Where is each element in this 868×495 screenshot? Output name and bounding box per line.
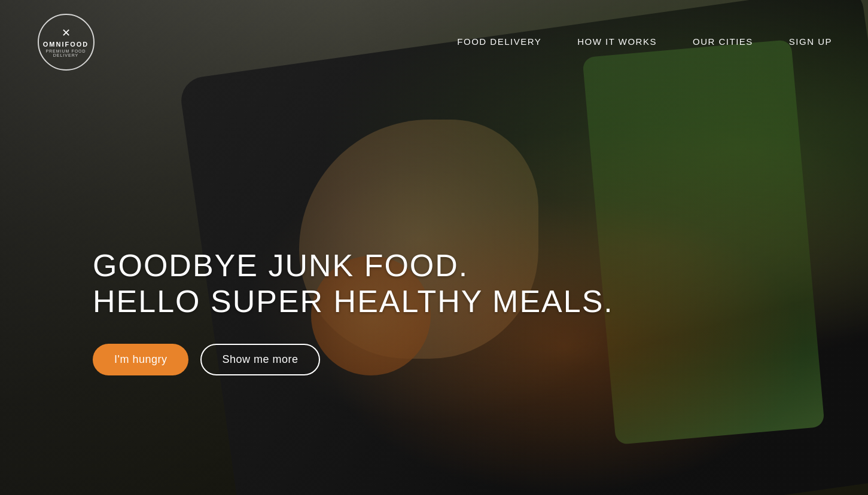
logo-brand: OMNIFOOD <box>43 41 89 48</box>
hero-content: GOODBYE JUNK FOOD. HELLO SUPER HEALTHY M… <box>93 248 614 375</box>
nav-item-food-delivery[interactable]: FOOD DELIVERY <box>457 36 541 47</box>
show-more-button[interactable]: Show me more <box>200 344 319 375</box>
navbar: ✕ OMNIFOOD PREMIUM FOOD DELIVERY FOOD DE… <box>0 0 868 84</box>
logo-icon: ✕ <box>62 26 71 39</box>
hero-headline-line1: GOODBYE JUNK FOOD. <box>93 248 468 283</box>
logo-sub: PREMIUM FOOD DELIVERY <box>39 49 93 57</box>
hungry-button[interactable]: I'm hungry <box>93 344 188 375</box>
hero-buttons: I'm hungry Show me more <box>93 344 614 375</box>
nav-item-how-it-works[interactable]: HOW IT WORKS <box>577 36 657 47</box>
nav-link-food-delivery[interactable]: FOOD DELIVERY <box>457 36 541 47</box>
nav-links: FOOD DELIVERY HOW IT WORKS OUR CITIES SI… <box>457 36 832 47</box>
logo[interactable]: ✕ OMNIFOOD PREMIUM FOOD DELIVERY <box>36 12 96 72</box>
nav-item-sign-up[interactable]: SIGN UP <box>789 36 832 47</box>
hero-section: ✕ OMNIFOOD PREMIUM FOOD DELIVERY FOOD DE… <box>0 0 868 495</box>
hero-headline: GOODBYE JUNK FOOD. HELLO SUPER HEALTHY M… <box>93 248 614 320</box>
nav-link-sign-up[interactable]: SIGN UP <box>789 36 832 47</box>
nav-item-our-cities[interactable]: OUR CITIES <box>693 36 753 47</box>
hero-headline-line2: HELLO SUPER HEALTHY MEALS. <box>93 284 614 319</box>
nav-link-our-cities[interactable]: OUR CITIES <box>693 36 753 47</box>
nav-link-how-it-works[interactable]: HOW IT WORKS <box>577 36 657 47</box>
